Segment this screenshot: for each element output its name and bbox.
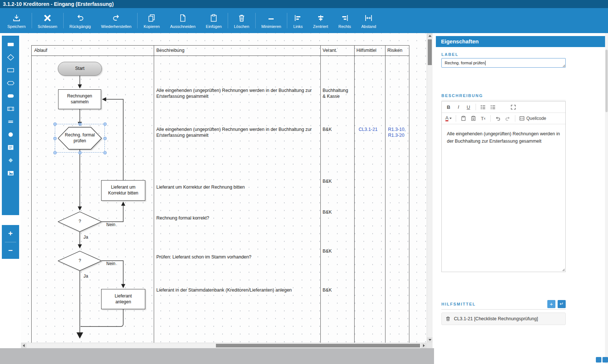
resize-handle-nw[interactable] [53,122,57,126]
beschreibung-section-heading: BESCHREIBUNG [441,93,566,100]
node-label: ? [58,251,102,271]
node-decision-stamm-vorhanden[interactable]: ? [58,251,102,271]
ausschneiden-button[interactable]: Ausschneiden [165,10,200,32]
verant-row-4: B&K [323,210,354,215]
editor-resize-grip[interactable] [562,268,565,271]
resize-handle-w[interactable] [53,137,57,140]
description-content[interactable]: Alle eingehenden (ungeprüften) Rechnunge… [442,124,565,151]
remove-format-button[interactable]: Tx [479,114,488,123]
button-label: Wiederherstellen [101,24,132,29]
node-start-label: Start [58,62,102,75]
italic-button[interactable]: I [454,103,463,111]
node-rechnungen-sammeln[interactable]: Rechnungen sammeln [58,89,101,109]
horizontal-scroll-thumb[interactable] [216,344,420,347]
bold-button[interactable]: B [444,103,453,111]
node-decision-formal-korrekt[interactable]: ? [58,211,102,232]
hexagon-shape-tool[interactable] [5,79,17,88]
editor-toolbar-separator [456,115,456,122]
diagram-canvas[interactable]: Ablauf Beschreibung Verant. Hilfsmittel … [21,33,427,343]
resize-handle-e[interactable] [103,137,107,140]
rechts-button[interactable]: Rechts [333,10,356,32]
canvas-vertical-scrollbar[interactable] [427,33,433,343]
undo-icon [76,13,85,23]
editor-undo-icon[interactable] [493,114,502,123]
note-shape-tool[interactable] [5,143,17,152]
text-color-button[interactable]: A [444,114,453,123]
node-lieferant-anlegen[interactable]: Lieferant anlegen [101,289,145,309]
properties-panel-title: Eigenschaften [436,36,605,47]
parallel-lines-tool[interactable] [5,117,17,126]
insert-hilfsmittel-button[interactable]: ↵ [558,300,566,308]
zoom-out-button[interactable]: − [2,242,19,259]
image-shape-tool[interactable] [5,169,17,178]
toolbar-separator [137,13,138,28]
hilfsmittel-item-text: CL3.1-21 [Checkliste Rechnungsprüfung] [454,316,538,321]
edge-label-nein-1: Nein [106,222,115,227]
node-lieferant-korrektur[interactable]: Lieferant um Korrektur bitten [101,180,145,201]
edge-label-ja-2: Ja [83,274,88,279]
zentriert-button[interactable]: Zentriert [308,10,333,32]
kopieren-button[interactable]: Kopieren [138,10,165,32]
hilfsmittel-list-item[interactable]: CL3.1-21 [Checkliste Rechnungsprüfung] [441,313,566,325]
maximize-icon[interactable] [509,103,518,111]
node-start[interactable]: Start [58,62,102,76]
input-resize-grip[interactable] [562,64,565,67]
panel-scroll-thumb[interactable] [605,50,608,112]
decision-shape-tool[interactable] [5,53,17,62]
terminator-shape-tool[interactable] [5,40,17,49]
editor-redo-icon[interactable] [503,114,512,123]
rueckgaengig-button[interactable]: Rückgängig [64,10,96,32]
scroll-up-button[interactable] [427,33,433,39]
button-label: Speichern [7,24,26,29]
quellcode-button[interactable]: Quellcode [518,114,548,123]
scroll-right-button[interactable] [421,343,427,348]
column-divider [385,46,385,343]
button-label: Ausschneiden [170,24,195,29]
bullet-list-button[interactable] [479,103,488,111]
subprocess-shape-tool[interactable] [5,104,17,113]
zoom-in-button[interactable]: + [2,225,19,242]
quellcode-label: Quellcode [526,116,546,121]
hilfsmittel-link-row-2[interactable]: CL3.1-21 [359,127,381,133]
resize-handle-s[interactable] [78,151,82,154]
links-button[interactable]: Links [288,10,308,32]
canvas-horizontal-scrollbar[interactable] [21,343,427,348]
speichern-button[interactable]: Speichern [2,10,31,32]
scroll-down-button[interactable] [427,337,433,343]
column-header-risiken: Risiken [387,48,402,53]
panel-corner-button-2[interactable] [602,357,608,363]
resize-handle-n[interactable] [78,122,82,126]
verant-row-6: B&K [323,288,354,293]
circle-shape-tool[interactable] [5,130,17,139]
align-center-icon [316,13,325,23]
column-divider [354,46,355,343]
risiken-links-row-2[interactable]: R1.3-10, R1.3-20 [388,127,409,138]
wiederherstellen-button[interactable]: Wiederherstellen [96,10,137,32]
column-header-hilfsmittel: Hilfsmittel [356,48,376,53]
resize-handle-ne[interactable] [103,122,107,126]
resize-handle-se[interactable] [103,151,107,154]
paste-word-icon[interactable] [469,114,478,123]
panel-corner-button-1[interactable] [596,357,601,363]
scroll-left-button[interactable] [21,343,26,348]
resize-handle-sw[interactable] [53,151,57,154]
beschreibung-row-3: Lieferant um Korrektur der Rechnung bitt… [156,185,315,190]
minimieren-button[interactable]: Minimieren [256,10,287,32]
abstand-button[interactable]: Abstand [356,10,381,32]
numbered-list-button[interactable] [488,103,498,111]
verant-row-1: Buchhaltung & Kasse [323,88,354,99]
schliessen-button[interactable]: Schliessen [33,10,63,32]
process-shape-tool[interactable] [5,66,17,75]
add-hilfsmittel-button[interactable]: + [547,300,555,308]
vertical-scroll-thumb[interactable] [428,39,432,65]
loeschen-button[interactable]: Löschen [229,10,255,32]
node-label: Rechnungen sammeln [67,93,92,105]
einfuegen-button[interactable]: Einfügen [201,10,227,32]
paste-plain-icon[interactable] [459,114,468,123]
rounded-shape-tool[interactable] [5,92,17,100]
connector-diamond-tool[interactable] [5,156,17,165]
underline-button[interactable]: U [464,103,473,111]
label-input[interactable]: Rechng. formal prüfen [441,58,566,68]
delete-hilfsmittel-icon[interactable] [445,316,451,321]
editor-toolbar-separator [476,104,476,110]
